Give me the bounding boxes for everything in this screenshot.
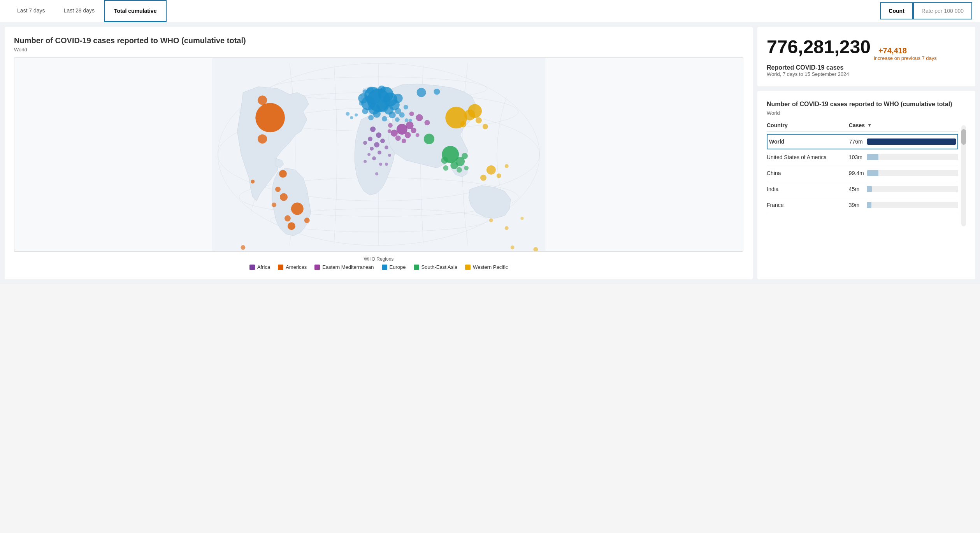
legend-africa-label: Africa <box>257 264 270 270</box>
svg-point-33 <box>378 86 386 93</box>
stat-title: Reported COVID-19 cases <box>767 64 966 71</box>
legend-americas-label: Americas <box>286 264 307 270</box>
legend-eastern-med: Eastern Mediterranean <box>314 264 374 270</box>
chart-card: Number of COVID-19 cases reported to WHO… <box>757 91 975 279</box>
row-bar-container-world <box>867 139 956 145</box>
svg-point-80 <box>376 132 381 138</box>
row-cases-france: 39m <box>849 202 958 208</box>
svg-point-54 <box>388 123 393 128</box>
column-cases-header: Cases ▼ <box>849 122 958 128</box>
chart-card-title: Number of COVID-19 cases reported to WHO… <box>767 100 966 109</box>
row-cases-world: 776m <box>849 139 956 145</box>
legend-sea: South-East Asia <box>414 264 458 270</box>
svg-point-95 <box>424 133 435 144</box>
row-cases-usa: 103m <box>849 154 958 160</box>
right-panel: 776,281,230 +74,418 increase on previous… <box>757 27 975 279</box>
svg-point-104 <box>521 217 524 220</box>
svg-point-81 <box>368 137 372 141</box>
tab-last28days[interactable]: Last 28 days <box>54 0 104 22</box>
svg-point-92 <box>364 160 367 163</box>
row-country-china: China <box>767 170 849 176</box>
table-row[interactable]: France 39m <box>767 197 958 213</box>
svg-point-32 <box>373 110 381 117</box>
svg-point-9 <box>291 203 304 215</box>
table-header: Country Cases ▼ <box>767 122 958 132</box>
svg-point-97 <box>350 116 353 119</box>
svg-point-55 <box>388 129 392 133</box>
svg-point-14 <box>280 193 288 201</box>
row-bar-container-india <box>867 186 958 192</box>
svg-point-41 <box>363 89 367 94</box>
column-country-header: Country <box>767 122 849 128</box>
toggle-rate[interactable]: Rate per 100 000 <box>913 2 972 19</box>
eastern-med-color-dot <box>314 265 320 270</box>
svg-point-65 <box>483 124 488 129</box>
scrollbar-thumb[interactable] <box>961 129 966 145</box>
table-row[interactable]: China 99.4m <box>767 165 958 181</box>
increase-label: increase on previous 7 days <box>874 55 937 61</box>
stat-subtitle: World, 7 days to 15 September 2024 <box>767 71 966 77</box>
row-bar-usa <box>867 154 879 160</box>
world-map[interactable] <box>14 57 743 252</box>
row-cases-india: 45m <box>849 186 958 192</box>
svg-point-67 <box>480 175 486 181</box>
svg-point-102 <box>505 226 509 230</box>
svg-point-11 <box>279 170 287 178</box>
svg-point-43 <box>404 105 408 110</box>
row-cases-china: 99.4m <box>849 170 958 176</box>
table-row[interactable]: India 45m <box>767 181 958 197</box>
tab-total-cumulative[interactable]: Total cumulative <box>104 0 167 22</box>
svg-point-52 <box>395 135 401 141</box>
svg-point-85 <box>378 151 381 154</box>
tab-last7days[interactable]: Last 7 days <box>8 0 54 22</box>
svg-point-96 <box>346 112 349 116</box>
legend-sea-label: South-East Asia <box>422 264 458 270</box>
scrollbar-track[interactable] <box>961 125 966 226</box>
legend-eastern-med-label: Eastern Mediterranean <box>322 264 374 270</box>
svg-point-12 <box>258 96 267 105</box>
svg-point-34 <box>367 87 374 94</box>
row-cases-num-china: 99.4m <box>849 170 864 176</box>
svg-point-39 <box>382 116 387 121</box>
row-country-world: World <box>769 139 849 145</box>
legend-wp: Western Pacific <box>465 264 508 270</box>
map-svg <box>14 58 743 251</box>
sort-arrow-icon[interactable]: ▼ <box>867 123 872 128</box>
svg-point-68 <box>497 174 501 178</box>
svg-point-10 <box>288 222 295 230</box>
svg-point-82 <box>374 142 379 147</box>
svg-point-94 <box>375 172 378 175</box>
stats-card: 776,281,230 +74,418 increase on previous… <box>757 27 975 86</box>
legend-europe: Europe <box>382 264 406 270</box>
svg-point-77 <box>457 167 462 173</box>
table-row[interactable]: World 776m <box>767 134 958 149</box>
svg-point-98 <box>355 113 358 116</box>
stats-numbers-row: 776,281,230 +74,418 increase on previous… <box>767 36 966 61</box>
svg-point-50 <box>405 132 411 138</box>
table-row[interactable]: United States of America 103m <box>767 149 958 165</box>
svg-point-100 <box>409 119 412 122</box>
row-cases-num-usa: 103m <box>849 154 864 160</box>
table-with-scrollbar: Country Cases ▼ World 776m <box>767 122 966 226</box>
stats-increase-wrap: +74,418 increase on previous 7 days <box>874 46 937 61</box>
svg-point-78 <box>464 166 469 170</box>
svg-point-89 <box>379 163 382 166</box>
map-legend: WHO Regions Africa Americas Eastern Medi… <box>14 256 743 270</box>
row-cases-num-france: 39m <box>849 202 864 208</box>
svg-point-63 <box>460 121 466 127</box>
svg-point-83 <box>380 139 385 143</box>
svg-point-17 <box>272 203 276 207</box>
svg-point-46 <box>434 89 440 95</box>
svg-point-51 <box>411 128 416 133</box>
svg-point-87 <box>385 146 388 149</box>
toggle-count[interactable]: Count <box>880 2 913 19</box>
row-bar-container-france <box>867 202 958 208</box>
svg-point-101 <box>489 218 493 222</box>
svg-point-13 <box>258 134 267 144</box>
svg-point-66 <box>486 165 496 175</box>
svg-point-59 <box>409 111 414 116</box>
row-country-france: France <box>767 202 849 208</box>
svg-point-18 <box>304 217 310 223</box>
svg-point-90 <box>367 153 371 156</box>
data-table: Country Cases ▼ World 776m <box>767 122 958 226</box>
